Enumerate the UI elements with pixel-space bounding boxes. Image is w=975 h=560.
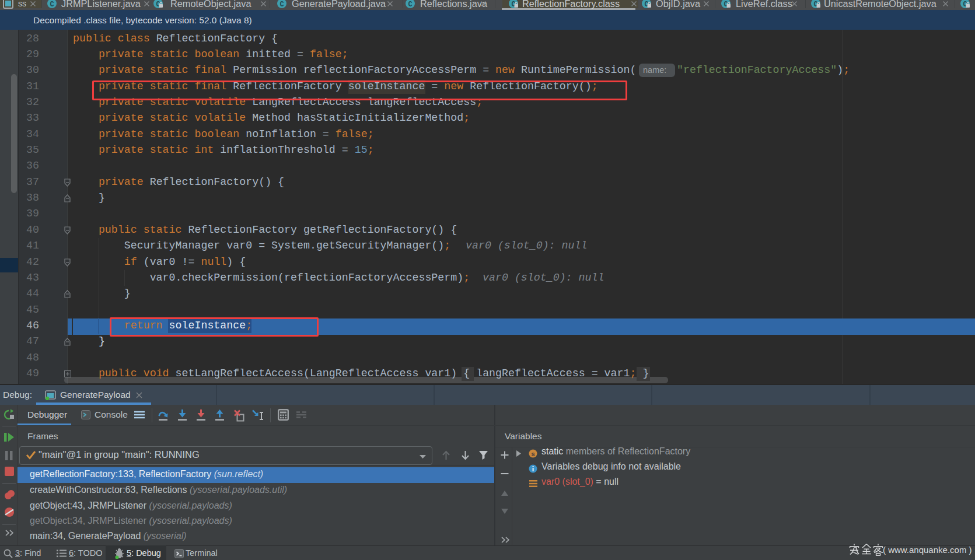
- svg-text:C: C: [279, 1, 284, 9]
- svg-text:s: s: [531, 450, 534, 457]
- svg-text:C: C: [50, 1, 54, 9]
- svg-text:C: C: [408, 1, 412, 9]
